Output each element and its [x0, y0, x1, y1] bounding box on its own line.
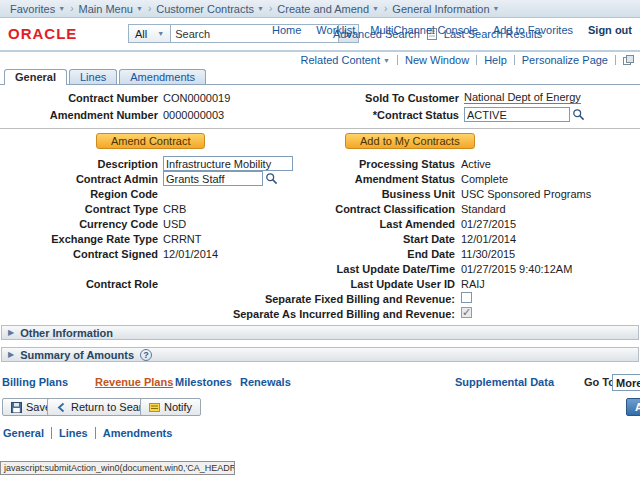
- contract-number-value: CON0000019: [163, 92, 230, 104]
- copy-url-icon[interactable]: [623, 55, 634, 66]
- breadcrumb-item-general-information[interactable]: General Information ▼: [388, 3, 503, 15]
- magnifier-icon: [265, 172, 278, 185]
- breadcrumb-item-create-and-amend[interactable]: Create and Amend ▼: [273, 3, 383, 15]
- bottom-nav-general-link[interactable]: General: [3, 427, 44, 439]
- start-date-label: Start Date: [403, 233, 455, 245]
- business-unit-value: USC Sponsored Programs: [461, 188, 591, 200]
- breadcrumb-label: Customer Contracts: [156, 3, 254, 15]
- breadcrumb-label: Favorites: [10, 3, 55, 15]
- separate-fixed-billing-checkbox[interactable]: [461, 292, 472, 303]
- oracle-logo: ORACLE: [8, 25, 77, 42]
- help-icon[interactable]: ?: [140, 349, 152, 361]
- notify-icon: [149, 402, 160, 413]
- goto-label: Go To: [584, 376, 615, 388]
- breadcrumb-label: Main Menu: [79, 3, 133, 15]
- contract-signed-label: Contract Signed: [73, 248, 158, 260]
- separate-as-incurred-billing-checkbox: [461, 307, 472, 318]
- tab-amendments[interactable]: Amendments: [119, 69, 206, 84]
- chevron-down-icon: ▼: [372, 5, 379, 12]
- start-date-value: 12/01/2014: [461, 233, 516, 245]
- contract-number-label: Contract Number: [68, 92, 158, 104]
- exchange-rate-type-value: CRRNT: [163, 233, 202, 245]
- contract-classification-label: Contract Classification: [335, 203, 455, 215]
- quick-links-row: Billing Plans Revenue Plans Milestones R…: [0, 374, 640, 390]
- search-scope-select[interactable]: All ▼: [128, 24, 171, 43]
- contract-admin-input[interactable]: [163, 171, 263, 186]
- add-label: Add: [635, 401, 640, 413]
- billing-plans-link[interactable]: Billing Plans: [2, 376, 68, 388]
- section-summary-of-amounts[interactable]: ▶ Summary of Amounts ?: [1, 347, 639, 362]
- renewals-link[interactable]: Renewals: [240, 376, 291, 388]
- separator: [476, 55, 477, 65]
- currency-code-value: USD: [163, 218, 186, 230]
- sold-to-customer-value[interactable]: National Dept of Energy: [464, 91, 581, 104]
- breadcrumb-item-favorites[interactable]: Favorites ▼: [6, 3, 69, 15]
- contract-status-label: *Contract Status: [373, 109, 459, 121]
- last-update-datetime-label: Last Update Date/Time: [337, 263, 455, 275]
- bottom-nav-lines-link[interactable]: Lines: [51, 427, 88, 439]
- last-update-datetime-value: 01/27/2015 9:40:12AM: [461, 263, 572, 275]
- toolbar: Save Return to Search Notify Add: [0, 398, 640, 418]
- amendment-number-label: Amendment Number: [50, 109, 158, 121]
- contract-status-input[interactable]: [464, 107, 570, 122]
- breadcrumb: Favorites ▼ › Main Menu ▼ › Customer Con…: [0, 0, 640, 18]
- separator: [615, 55, 616, 65]
- separate-fixed-billing-label: Separate Fixed Billing and Revenue:: [265, 293, 455, 305]
- chevron-down-icon: ▼: [257, 5, 264, 12]
- bottom-nav-amendments-link[interactable]: Amendments: [95, 427, 173, 439]
- description-label: Description: [97, 158, 158, 170]
- business-unit-label: Business Unit: [382, 188, 455, 200]
- portal-links: Home Worklist MultiChannel Console Add t…: [272, 24, 632, 36]
- add-to-my-contracts-button[interactable]: Add to My Contracts: [345, 133, 475, 149]
- add-button[interactable]: Add: [626, 398, 640, 416]
- multichannel-console-link[interactable]: MultiChannel Console: [370, 24, 478, 36]
- separate-as-incurred-billing-label: Separate As Incurred Billing and Revenue…: [233, 308, 455, 320]
- tab-lines[interactable]: Lines: [69, 69, 117, 84]
- processing-status-label: Processing Status: [359, 158, 455, 170]
- application-window: Favorites ▼ › Main Menu ▼ › Customer Con…: [0, 0, 640, 480]
- description-input[interactable]: [163, 156, 293, 171]
- contract-type-label: Contract Type: [85, 203, 158, 215]
- chevron-down-icon: ▼: [493, 5, 500, 12]
- goto-dropdown-value: More: [616, 377, 640, 389]
- search-scope-value: All: [135, 28, 147, 40]
- expand-arrow-icon: ▶: [8, 328, 14, 337]
- related-content-label: Related Content: [301, 54, 381, 66]
- contract-role-label: Contract Role: [86, 278, 158, 290]
- form-column-right: Processing Status Active Amendment Statu…: [322, 156, 640, 321]
- personalize-page-link[interactable]: Personalize Page: [522, 54, 608, 66]
- tab-general[interactable]: General: [4, 69, 67, 84]
- breadcrumb-item-main-menu[interactable]: Main Menu ▼: [75, 3, 147, 15]
- section-title: Other Information: [20, 327, 113, 339]
- goto-dropdown[interactable]: More ▼: [612, 374, 640, 391]
- help-link[interactable]: Help: [484, 54, 507, 66]
- supplemental-data-link[interactable]: Supplemental Data: [455, 376, 554, 388]
- worklist-link[interactable]: Worklist: [316, 24, 355, 36]
- breadcrumb-item-customer-contracts[interactable]: Customer Contracts ▼: [152, 3, 268, 15]
- add-to-favorites-link[interactable]: Add to Favorites: [493, 24, 573, 36]
- notify-label: Notify: [164, 401, 192, 413]
- header: ORACLE All ▼ » Advanced Search Last Sear…: [0, 18, 640, 52]
- divider: [0, 128, 640, 129]
- amend-contract-button[interactable]: Amend Contract: [96, 133, 205, 149]
- breadcrumb-label: Create and Amend: [277, 3, 369, 15]
- section-other-information[interactable]: ▶ Other Information: [1, 325, 639, 340]
- key-row: Contract Number CON0000019 Sold To Custo…: [0, 89, 640, 106]
- amendment-number-value: 0000000003: [163, 109, 224, 121]
- sign-out-link[interactable]: Sign out: [588, 24, 632, 36]
- processing-status-value: Active: [461, 158, 491, 170]
- return-arrow-icon: [56, 402, 67, 413]
- revenue-plans-link[interactable]: Revenue Plans: [95, 376, 173, 388]
- page-options-bar: Related Content ▼ New Window Help Person…: [0, 52, 640, 68]
- form-columns: Description Contract Admin Region Code: [0, 156, 640, 321]
- new-window-link[interactable]: New Window: [405, 54, 469, 66]
- notify-button[interactable]: Notify: [140, 398, 201, 416]
- contract-status-lookup-button[interactable]: [572, 108, 585, 121]
- currency-code-label: Currency Code: [79, 218, 158, 230]
- home-link[interactable]: Home: [272, 24, 301, 36]
- exchange-rate-type-label: Exchange Rate Type: [51, 233, 158, 245]
- milestones-link[interactable]: Milestones: [175, 376, 232, 388]
- related-content-menu[interactable]: Related Content ▼: [301, 54, 390, 66]
- contract-admin-lookup-button[interactable]: [265, 172, 278, 185]
- breadcrumb-label: General Information: [392, 3, 489, 15]
